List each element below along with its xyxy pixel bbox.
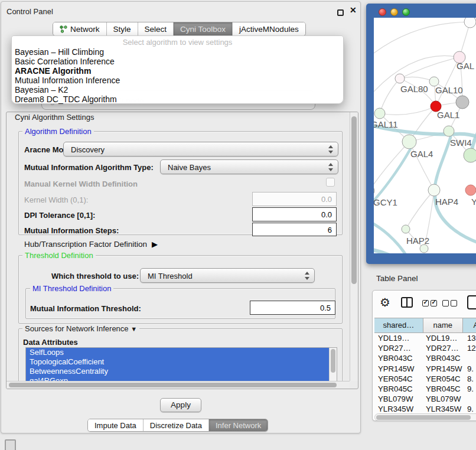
settings-horizontal-scrollbar[interactable] bbox=[6, 381, 350, 389]
settings-vertical-scrollbar[interactable] bbox=[350, 112, 358, 381]
control-panel-title: Control Panel bbox=[6, 7, 53, 16]
close-panel-icon[interactable]: ✕ bbox=[350, 5, 357, 15]
tab-style[interactable]: Style bbox=[106, 22, 138, 35]
algorithm-popup-list: Bayesian – Hill ClimbingBasic Correlatio… bbox=[14, 47, 341, 104]
dpi-tolerance-label: DPI Tolerance [0,1]: bbox=[24, 211, 95, 220]
column-header-shared[interactable]: shared… bbox=[374, 318, 423, 332]
stepper-arrows-icon bbox=[328, 145, 334, 154]
node-gal4[interactable] bbox=[402, 135, 416, 149]
sources-title: Sources for Network Inference bbox=[25, 324, 129, 333]
table-row[interactable]: YBR045CYBR045C9. bbox=[374, 384, 476, 394]
algorithm-option-bayesian-k2[interactable]: Bayesian – K2 bbox=[14, 85, 341, 94]
node-swi4[interactable] bbox=[444, 126, 454, 136]
node-hap2[interactable] bbox=[402, 225, 410, 233]
aracne-mode-select[interactable]: Discovery bbox=[63, 142, 338, 156]
attribute-item-selfloops[interactable]: SelfLoops bbox=[26, 348, 329, 357]
settings-group-title: Cyni Algorithm Settings bbox=[12, 113, 96, 122]
table-row[interactable]: YDR27…YDR27…12 bbox=[374, 343, 476, 353]
network-edge-thick bbox=[435, 137, 451, 188]
algorithm-option-basic-correlation-inference[interactable]: Basic Correlation Inference bbox=[14, 57, 341, 66]
zoom-window-icon[interactable] bbox=[402, 8, 410, 16]
table-row[interactable]: YDL19…YDL19…13 bbox=[374, 333, 476, 343]
dpi-tolerance-field[interactable]: 0.0 bbox=[252, 207, 337, 221]
node-big-right[interactable] bbox=[464, 148, 476, 162]
table-row[interactable]: YLR345WYLR345W9. bbox=[374, 404, 476, 414]
table-settings-gear-icon[interactable]: ⚙ bbox=[380, 295, 390, 309]
network-edge-thick bbox=[374, 249, 418, 253]
node-hap4[interactable] bbox=[428, 184, 440, 196]
algorithm-option-aracne-algorithm[interactable]: ARACNE Algorithm bbox=[14, 66, 341, 76]
table-cell bbox=[464, 353, 467, 363]
table-row[interactable]: YER054CYER054C8. bbox=[374, 374, 476, 384]
apply-button[interactable]: Apply bbox=[160, 398, 201, 412]
network-view-window: GALGAL80GAL10GAL1GAL11SWI4GAL4GCY1HAP4YH… bbox=[366, 4, 476, 264]
sources-toggle[interactable]: Sources for Network Inference ▼ bbox=[22, 324, 139, 333]
tab-discretize-data[interactable]: Discretize Data bbox=[143, 419, 208, 431]
table-panel-title: Table Panel bbox=[376, 274, 418, 283]
close-window-icon[interactable] bbox=[379, 8, 386, 16]
control-panel-window: Control Panel ✕ NetworkStyleSelectCyni T… bbox=[1, 1, 361, 433]
network-edge bbox=[406, 190, 434, 229]
minimize-window-icon[interactable] bbox=[390, 8, 398, 16]
hub-definition-label: Hub/Transcription Factor Definition bbox=[24, 240, 147, 249]
docked-window-icon[interactable] bbox=[5, 439, 16, 450]
table-cell: YBR045C bbox=[374, 384, 424, 394]
network-canvas[interactable]: GALGAL80GAL10GAL1GAL11SWI4GAL4GCY1HAP4YH… bbox=[374, 18, 476, 253]
tab-infer-network[interactable]: Infer Network bbox=[208, 419, 268, 431]
threshold-definition-title: Threshold Definition bbox=[22, 251, 96, 260]
manual-kernel-checkbox[interactable] bbox=[326, 178, 335, 187]
tab-network[interactable]: Network bbox=[53, 22, 106, 35]
node-bottom[interactable] bbox=[420, 244, 428, 253]
column-header-name[interactable]: name bbox=[423, 318, 463, 332]
table-toolbar: ⚙ bbox=[373, 291, 476, 317]
select-all-checkboxes-icon[interactable] bbox=[422, 300, 437, 306]
mi-steps-field[interactable]: 6 bbox=[252, 223, 337, 236]
node-gal80[interactable] bbox=[395, 74, 405, 83]
function-builder-icon[interactable] bbox=[467, 295, 476, 309]
node-hap4-label: HAP4 bbox=[435, 197, 458, 207]
which-threshold-select[interactable]: MI Threshold bbox=[140, 268, 315, 283]
attribute-item-betweennesscentrality[interactable]: BetweennessCentrality bbox=[26, 367, 329, 376]
aracne-mode-value: Discovery bbox=[71, 145, 105, 154]
node-gray[interactable] bbox=[456, 96, 469, 109]
table-cell: YLR345W bbox=[374, 404, 424, 414]
kernel-width-label: Kernel Width (0,1): bbox=[24, 195, 88, 204]
mi-type-select[interactable]: Naive Bayes bbox=[160, 159, 338, 174]
node-gal4-label: GAL4 bbox=[410, 149, 433, 159]
table-horizontal-scrollbar[interactable] bbox=[374, 413, 476, 421]
node-gcy1[interactable] bbox=[374, 185, 374, 196]
mi-threshold-field[interactable]: 0.5 bbox=[250, 301, 335, 315]
manual-kernel-label: Manual Kernel Width Definition bbox=[24, 180, 138, 188]
hub-definition-toggle[interactable]: Hub/Transcription Factor Definition▶ bbox=[24, 240, 158, 249]
algorithm-option-mutual-information-inference[interactable]: Mutual Information Inference bbox=[14, 76, 341, 85]
node-gal11[interactable] bbox=[374, 108, 385, 119]
table-row[interactable]: YBR043CYBR043C bbox=[374, 353, 476, 363]
bottom-mode-tabs: Impute DataDiscretize DataInfer Network bbox=[87, 419, 268, 432]
tab-jactivemnodules[interactable]: jActiveMNodules bbox=[232, 22, 305, 35]
column-header-a[interactable]: A bbox=[463, 318, 476, 332]
network-edge bbox=[436, 57, 459, 106]
mi-type-value: Naive Bayes bbox=[168, 163, 211, 172]
attributes-scrollbar[interactable] bbox=[329, 348, 337, 386]
table-cell: YBR045C bbox=[424, 384, 464, 394]
unselect-all-checkboxes-icon[interactable] bbox=[442, 300, 457, 306]
table-row[interactable]: YPR145WYPR145W9. bbox=[374, 364, 476, 374]
node-salmon[interactable] bbox=[465, 185, 476, 195]
algorithm-option-bayesian-hill-climbing[interactable]: Bayesian – Hill Climbing bbox=[14, 47, 341, 57]
show-columns-icon[interactable] bbox=[401, 297, 413, 308]
kernel-width-field[interactable]: 0.0 bbox=[252, 192, 337, 206]
tab-cyni-toolbox[interactable]: Cyni Toolbox bbox=[173, 22, 232, 35]
table-cell: YPR145W bbox=[374, 364, 424, 374]
table-cell: YBL079W bbox=[374, 394, 424, 404]
algorithm-option-dream8-dc-tdc-algorithm[interactable]: Dream8 DC_TDC Algorithm bbox=[14, 94, 341, 104]
mi-threshold-group-title: MI Threshold Definition bbox=[30, 284, 113, 293]
attribute-item-topologicalcoefficient[interactable]: TopologicalCoefficient bbox=[26, 357, 329, 367]
float-panel-icon[interactable] bbox=[337, 9, 344, 16]
tab-impute-data[interactable]: Impute Data bbox=[88, 419, 143, 431]
tab-select[interactable]: Select bbox=[138, 22, 174, 35]
table-cell bbox=[464, 394, 467, 404]
node-top[interactable] bbox=[464, 18, 476, 28]
network-edge bbox=[374, 22, 470, 53]
table-row[interactable]: YBL079WYBL079W bbox=[374, 394, 476, 404]
mi-type-label: Mutual Information Algorithm Type: bbox=[24, 163, 154, 172]
